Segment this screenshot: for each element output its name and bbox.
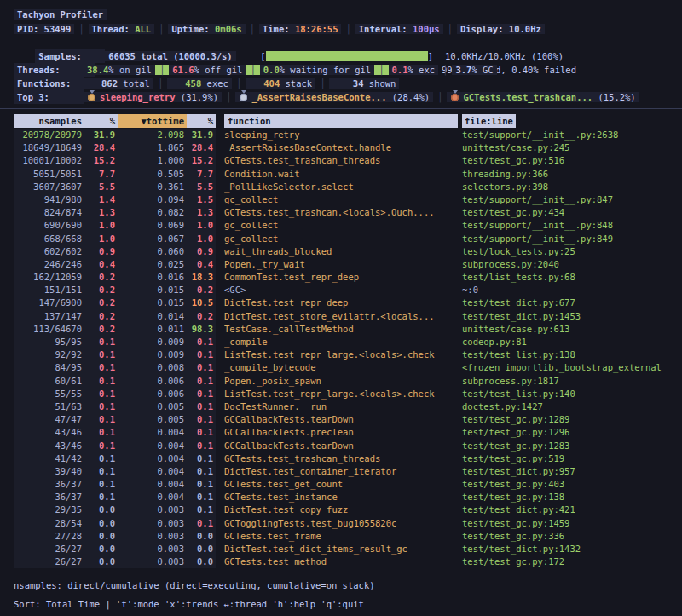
tottime-cell: 0.004	[118, 491, 187, 504]
threads-segment-desc: % waiting for gil	[280, 65, 371, 75]
function-cell: DocTestRunner.__run	[224, 400, 458, 413]
column-header-function[interactable]: function	[224, 114, 458, 128]
table-row[interactable]: 690/6901.00.0691.0gc_collecttest/support…	[14, 219, 682, 232]
table-row[interactable]: 36/370.10.0040.1GCTests.test_instancetes…	[14, 491, 682, 504]
nsamples-cell: 824/874	[14, 206, 84, 219]
cum-pct-cell: 0.1	[187, 504, 216, 516]
table-row[interactable]: 162/120590.20.01618.3CommonTest.test_rep…	[14, 271, 682, 284]
column-header-nsamples[interactable]: nsamples	[14, 114, 84, 128]
table-row[interactable]: 43/460.10.0040.1GCCallbackTests.preclean…	[14, 426, 682, 439]
cum-pct-cell: 1.0	[187, 219, 216, 232]
table-row[interactable]: 36/370.10.0040.1GCTests.test_get_countte…	[14, 478, 682, 491]
function-cell: Popen._posix_spawn	[224, 375, 458, 388]
tottime-cell: 0.015	[118, 296, 187, 309]
cum-pct-cell: 0.4	[187, 258, 216, 271]
direct-pct-cell: 0.0	[84, 543, 118, 556]
table-row[interactable]: 20978/2097931.92.09831.9sleeping_retryte…	[14, 129, 682, 141]
table-row[interactable]: 60/610.10.0060.1Popen._posix_spawnsubpro…	[14, 375, 682, 388]
table-row[interactable]: 27/280.00.0030.0GCTests.test_frametest/t…	[14, 530, 682, 543]
functions-segment: 458 exec	[167, 78, 232, 89]
separator-pipe: │	[154, 24, 168, 34]
table-row[interactable]: 43/460.10.0040.1GCCallbackTests.tearDown…	[14, 440, 682, 452]
separator-pipe: │	[433, 92, 447, 102]
status-item-label: Uptime:	[171, 24, 215, 34]
file-line-cell: test/test_gc.py:516	[458, 154, 671, 167]
function-cell: GCTests.test_frame	[224, 530, 458, 543]
file-line-cell: unittest/case.py:613	[458, 323, 671, 336]
status-item-label: Thread:	[92, 24, 136, 34]
table-row[interactable]: 29/350.00.0030.1DictTest.test_copy_fuzzt…	[14, 504, 682, 516]
file-line-cell: test/test_gc.py:1283	[458, 440, 671, 452]
nsamples-cell: 602/602	[14, 245, 84, 258]
direct-pct-cell: 0.1	[84, 400, 118, 413]
tottime-cell: 0.008	[118, 361, 187, 374]
separator-pipe: │	[341, 24, 355, 34]
tottime-cell: 0.004	[118, 478, 187, 491]
column-header-cum-pct[interactable]: %	[187, 114, 216, 128]
column-header-file-line[interactable]: file:line	[462, 114, 516, 128]
table-row[interactable]: 137/1470.20.0140.2DictTest.test_store_ev…	[14, 310, 682, 323]
nsamples-cell: 36/37	[14, 491, 84, 504]
table-row[interactable]: 26/270.00.0030.0GCTests.test_methodtest/…	[14, 556, 682, 568]
table-row[interactable]: 147/69000.20.01510.5DictTest.test_repr_d…	[14, 296, 682, 309]
table-row[interactable]: 84/950.10.0080.1_compile_bytecode<frozen…	[14, 361, 682, 374]
table-row[interactable]: 668/6681.00.0671.0gc_collecttest/support…	[14, 233, 682, 245]
table-row[interactable]: 602/6020.90.0600.9wait_threads_blockedte…	[14, 245, 682, 258]
table-row[interactable]: 5051/50517.70.5057.7Condition.waitthread…	[14, 168, 682, 181]
tottime-cell: 0.004	[118, 465, 187, 478]
table-row[interactable]: 246/2460.40.0250.4Popen._try_waitsubproc…	[14, 258, 682, 271]
cum-pct-cell: 31.9	[187, 129, 216, 141]
file-line-cell: test/test_dict.py:421	[458, 504, 671, 516]
file-line-cell: test/test_gc.py:172	[458, 556, 671, 568]
column-header-tottime[interactable]: ▼tottime	[118, 114, 187, 128]
table-row[interactable]: 39/400.10.0040.1DictTest.test_container_…	[14, 465, 682, 478]
table-row[interactable]: 95/950.10.0090.1_compilecodeop.py:81	[14, 336, 682, 348]
footer-legend: nsamples: direct/cumulative (direct=exec…	[0, 576, 682, 595]
nsamples-cell: 43/46	[14, 440, 84, 452]
table-header-row: nsamples%▼tottime%functionfile:line	[14, 114, 682, 128]
table-row[interactable]: 151/1510.20.0150.2<GC>~:0	[14, 284, 682, 296]
nsamples-cell: 39/40	[14, 465, 84, 478]
table-row[interactable]: 941/9801.40.0941.5gc_collecttest/support…	[14, 193, 682, 206]
table-row[interactable]: 10001/1000215.21.00015.2GCTests.test_tra…	[14, 154, 682, 167]
table-row[interactable]: 824/8741.30.0821.3GCTests.test_trashcan.…	[14, 206, 682, 219]
file-line-cell: test/test_dict.py:677	[458, 296, 671, 309]
samples-bar-close-bracket: ]	[428, 51, 433, 61]
tottime-cell: 0.069	[118, 219, 187, 232]
nsamples-cell: 690/690	[14, 219, 84, 232]
status-line: PID: 53499│Thread: ALL│Uptime: 0m06s│Tim…	[0, 22, 682, 36]
direct-pct-cell: 0.1	[84, 413, 118, 426]
file-line-cell: test/test_dict.py:1453	[458, 310, 671, 323]
column-header-direct-pct[interactable]: %	[84, 114, 118, 128]
status-item-value: 10.0Hz	[509, 24, 541, 34]
top3-entry-name: _AssertRaisesBaseConte...	[251, 92, 391, 102]
samples-bar-fill	[266, 51, 428, 61]
table-row[interactable]: 47/470.10.0050.1GCCallbackTests.tearDown…	[14, 413, 682, 426]
threads-segment: 0.1% exc	[389, 65, 439, 75]
nsamples-cell: 246/246	[14, 258, 84, 271]
table-row[interactable]: 92/920.10.0090.1ListTest.test_repr_large…	[14, 348, 682, 361]
direct-pct-cell: 1.4	[84, 193, 118, 206]
tottime-cell: 1.000	[118, 154, 187, 167]
table-row[interactable]: 3607/36075.50.3615.5_PollLikeSelector.se…	[14, 181, 682, 193]
table-row[interactable]: 55/550.10.0060.1ListTest.test_repr_large…	[14, 388, 682, 400]
separator-pipe: │	[155, 65, 169, 75]
cum-pct-cell: 7.7	[187, 168, 216, 181]
table-row[interactable]: 26/270.00.0030.0DictTest.test_dict_items…	[14, 543, 682, 556]
file-line-cell: test/support/__init__.py:849	[458, 233, 671, 245]
cum-pct-cell: 10.5	[187, 296, 216, 309]
nsamples-cell: 92/92	[14, 348, 84, 361]
direct-pct-cell: 0.1	[84, 465, 118, 478]
function-cell: <GC>	[224, 284, 458, 296]
cum-pct-cell: 1.3	[187, 206, 216, 219]
table-row[interactable]: 41/420.10.0040.1GCTests.test_trashcan_th…	[14, 452, 682, 465]
table-row[interactable]: 18649/1864928.41.86528.4_AssertRaisesBas…	[14, 141, 682, 154]
table-row[interactable]: 113/646700.20.01198.3TestCase._callTestM…	[14, 323, 682, 336]
top3-entry: GCTests.test_trashcan... (15.2%)	[447, 92, 639, 102]
file-line-cell: threading.py:366	[458, 168, 671, 181]
function-cell: gc_collect	[224, 233, 458, 245]
table-row[interactable]: 51/630.10.0050.1DocTestRunner.__rundocte…	[14, 400, 682, 413]
nsamples-cell: 147/6900	[14, 296, 84, 309]
threads-segment-value: 61.6	[172, 65, 194, 75]
table-row[interactable]: 28/540.00.0030.1GCTogglingTests.test_bug…	[14, 517, 682, 530]
